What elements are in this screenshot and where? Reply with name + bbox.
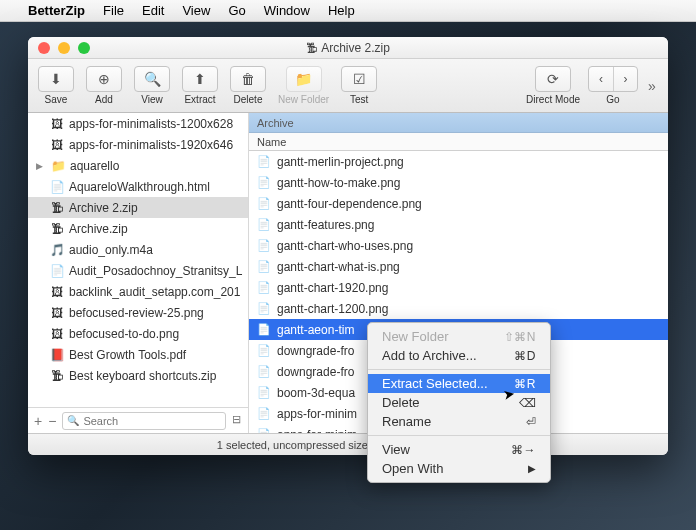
sidebar-item-label: apps-for-minimalists-1920x646	[69, 138, 233, 152]
menu-view[interactable]: View	[182, 3, 210, 18]
save-button[interactable]: ⬇︎Save	[34, 64, 78, 107]
menu-file[interactable]: File	[103, 3, 124, 18]
search-icon: 🔍	[67, 415, 79, 426]
search-field[interactable]: 🔍	[62, 412, 226, 430]
sidebar-item[interactable]: 🖼apps-for-minimalists-1200x628	[28, 113, 248, 134]
file-icon: 📁	[51, 159, 65, 173]
menu-go[interactable]: Go	[228, 3, 245, 18]
file-row[interactable]: 📄gantt-chart-what-is.png	[249, 256, 668, 277]
file-icon: 📄	[257, 407, 271, 420]
cm-add-to-archive[interactable]: Add to Archive...⌘D	[368, 346, 550, 365]
cm-view[interactable]: View⌘→	[368, 440, 550, 459]
file-icon: 🖼	[50, 327, 64, 341]
file-name: gantt-chart-1200.png	[277, 302, 388, 316]
zip-icon: 🗜	[306, 42, 317, 54]
remove-item-button[interactable]: −	[48, 413, 56, 429]
file-row[interactable]: 📄gantt-chart-1920.png	[249, 277, 668, 298]
file-icon: 📄	[257, 428, 271, 433]
delete-button[interactable]: 🗑Delete	[226, 64, 270, 107]
sidebar-toolbar: + − 🔍 ⊟ ⊞	[28, 407, 248, 433]
sidebar-item[interactable]: 🗜Archive 2.zip	[28, 197, 248, 218]
file-row[interactable]: 📄gantt-features.png	[249, 214, 668, 235]
cm-delete[interactable]: Delete⌫	[368, 393, 550, 412]
menu-help[interactable]: Help	[328, 3, 355, 18]
sidebar-item[interactable]: 🖼apps-for-minimalists-1920x646	[28, 134, 248, 155]
file-icon: 📄	[50, 180, 64, 194]
file-icon: 🗜	[50, 222, 64, 236]
context-menu: New Folder⇧⌘N Add to Archive...⌘D Extrac…	[367, 322, 551, 483]
file-icon: 🖼	[50, 138, 64, 152]
sidebar-item[interactable]: 🗜Archive.zip	[28, 218, 248, 239]
window-title: 🗜 Archive 2.zip	[28, 41, 668, 55]
sidebar-item-label: Best keyboard shortcuts.zip	[69, 369, 216, 383]
go-forward-button[interactable]: ›	[613, 67, 637, 91]
separator	[368, 435, 550, 436]
sidebar-item[interactable]: 📕Best Growth Tools.pdf	[28, 344, 248, 365]
add-button[interactable]: ⊕Add	[82, 64, 126, 107]
file-icon: 📄	[257, 365, 271, 378]
sidebar-item[interactable]: 📄Audit_Posadochnoy_Stranitsy_L	[28, 260, 248, 281]
file-row[interactable]: 📄gantt-chart-1200.png	[249, 298, 668, 319]
path-bar[interactable]: Archive	[249, 113, 668, 133]
file-name: gantt-chart-1920.png	[277, 281, 388, 295]
file-name: apps-for-minim	[277, 407, 357, 421]
file-icon: 📄	[257, 176, 271, 189]
cm-extract-selected[interactable]: Extract Selected...⌘R	[368, 374, 550, 393]
file-icon: 📄	[257, 281, 271, 294]
file-name: downgrade-fro	[277, 344, 354, 358]
sidebar-item-label: Archive 2.zip	[69, 201, 138, 215]
app-window: 🗜 Archive 2.zip ⬇︎Save ⊕Add 🔍View ⬆︎Extr…	[28, 37, 668, 455]
menu-window[interactable]: Window	[264, 3, 310, 18]
file-icon: 🎵	[50, 243, 64, 257]
submenu-arrow-icon: ▶	[528, 463, 536, 474]
file-name: gantt-features.png	[277, 218, 374, 232]
file-icon: 🖼	[50, 306, 64, 320]
menubar: BetterZip File Edit View Go Window Help	[0, 0, 696, 22]
sidebar-item[interactable]: 🗜Best keyboard shortcuts.zip	[28, 365, 248, 386]
search-input[interactable]	[83, 415, 221, 427]
sidebar-item-label: befocused-to-do.png	[69, 327, 179, 341]
file-icon: 📄	[257, 197, 271, 210]
file-icon: 📄	[257, 155, 271, 168]
file-icon: 🖼	[50, 117, 64, 131]
sidebar-item[interactable]: 🎵audio_only.m4a	[28, 239, 248, 260]
extract-button[interactable]: ⬆︎Extract	[178, 64, 222, 107]
file-row[interactable]: 📄gantt-how-to-make.png	[249, 172, 668, 193]
file-icon: 📄	[257, 386, 271, 399]
view-button[interactable]: 🔍View	[130, 64, 174, 107]
sidebar-option-1[interactable]: ⊟	[232, 413, 241, 429]
toolbar-overflow-icon[interactable]: »	[642, 78, 662, 94]
file-row[interactable]: 📄gantt-merlin-project.png	[249, 151, 668, 172]
cm-new-folder[interactable]: New Folder⇧⌘N	[368, 327, 550, 346]
sidebar-item[interactable]: ▶📁aquarello	[28, 155, 248, 176]
toolbar: ⬇︎Save ⊕Add 🔍View ⬆︎Extract 🗑Delete 📁New…	[28, 59, 668, 113]
file-icon: 📄	[257, 344, 271, 357]
file-name: gantt-chart-what-is.png	[277, 260, 400, 274]
column-header-name[interactable]: Name	[249, 133, 668, 151]
file-row[interactable]: 📄gantt-chart-who-uses.png	[249, 235, 668, 256]
cm-open-with[interactable]: Open With▶	[368, 459, 550, 478]
add-item-button[interactable]: +	[34, 413, 42, 429]
sidebar-item-label: backlink_audit_setapp.com_201	[69, 285, 240, 299]
go-back-button[interactable]: ‹	[589, 67, 613, 91]
file-name: gantt-merlin-project.png	[277, 155, 404, 169]
direct-mode-button[interactable]: ⟳Direct Mode	[522, 64, 584, 107]
test-button[interactable]: ☑︎Test	[337, 64, 381, 107]
file-icon: 🖼	[50, 285, 64, 299]
status-bar: 1 selected, uncompressed size: 83 KB (in…	[28, 433, 668, 455]
sidebar-item[interactable]: 🖼backlink_audit_setapp.com_201	[28, 281, 248, 302]
menu-edit[interactable]: Edit	[142, 3, 164, 18]
file-row[interactable]: 📄gantt-four-dependence.png	[249, 193, 668, 214]
sidebar-item-label: AquareloWalkthrough.html	[69, 180, 210, 194]
titlebar[interactable]: 🗜 Archive 2.zip	[28, 37, 668, 59]
app-menu[interactable]: BetterZip	[28, 3, 85, 18]
cm-rename[interactable]: Rename⏎	[368, 412, 550, 431]
new-folder-button[interactable]: 📁New Folder	[274, 64, 333, 107]
sidebar-item[interactable]: 📄AquareloWalkthrough.html	[28, 176, 248, 197]
sidebar-item-label: Audit_Posadochnoy_Stranitsy_L	[69, 264, 242, 278]
sidebar-item-label: Best Growth Tools.pdf	[69, 348, 186, 362]
disclosure-triangle-icon[interactable]: ▶	[36, 161, 46, 171]
sidebar-item[interactable]: 🖼befocused-review-25.png	[28, 302, 248, 323]
file-icon: 🗜	[50, 369, 64, 383]
sidebar-item[interactable]: 🖼befocused-to-do.png	[28, 323, 248, 344]
